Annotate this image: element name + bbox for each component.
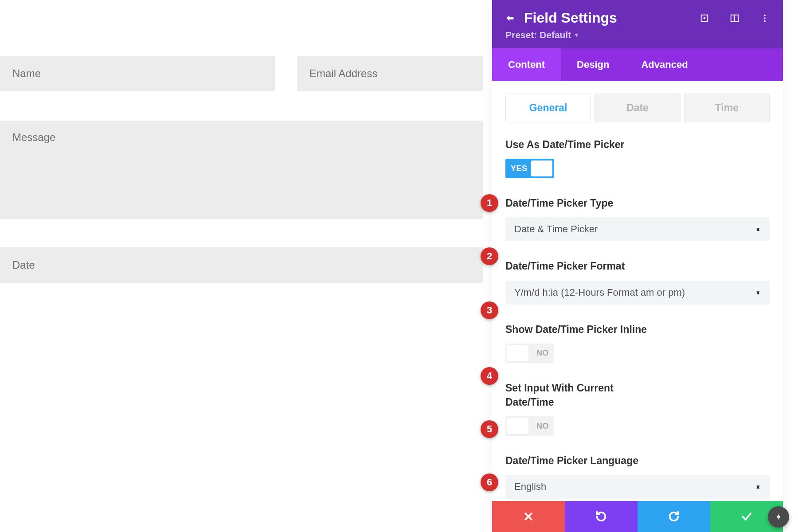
annotation-badge-2: 2 (481, 247, 498, 265)
select-picker-type[interactable]: Date & Time Picker ▲▼ (505, 217, 770, 241)
select-language[interactable]: English ▲▼ (505, 475, 770, 499)
email-field[interactable] (297, 56, 483, 91)
panel-title: Field Settings (524, 10, 691, 26)
message-field[interactable] (0, 121, 483, 219)
label-picker-type: Date/Time Picker Type (505, 196, 770, 210)
toggle-value: NO (531, 422, 554, 431)
name-field[interactable] (0, 56, 275, 91)
settings-panel: Field Settings Preset: Default ▼ Content… (492, 0, 783, 532)
back-icon[interactable] (505, 13, 515, 23)
annotation-badge-3: 3 (481, 301, 498, 319)
panel-body: General Date Time Use As Date/Time Picke… (492, 81, 783, 501)
select-picker-format[interactable]: Y/m/d h:ia (12-Hours Format am or pm) ▲▼ (505, 281, 770, 305)
panel-footer (492, 501, 783, 532)
help-button[interactable] (768, 506, 789, 528)
select-value: English (514, 481, 546, 493)
subtab-general[interactable]: General (505, 94, 591, 122)
panel-tabs: Content Design Advanced (492, 48, 783, 81)
tab-advanced[interactable]: Advanced (625, 48, 704, 81)
label-language: Date/Time Picker Language (505, 454, 770, 468)
toggle-knob (507, 418, 528, 434)
annotation-badge-6: 6 (481, 473, 498, 491)
form-preview (0, 0, 483, 309)
select-value: Date & Time Picker (514, 223, 598, 235)
undo-button[interactable] (565, 501, 638, 532)
date-field[interactable] (0, 247, 483, 283)
expand-icon[interactable] (700, 13, 709, 23)
select-value: Y/m/d h:ia (12-Hours Format am or pm) (514, 287, 685, 298)
toggle-knob (507, 345, 528, 361)
annotation-badge-4: 4 (481, 367, 498, 385)
subtab-time[interactable]: Time (684, 94, 770, 122)
kebab-icon[interactable] (760, 13, 770, 23)
toggle-knob (531, 160, 552, 176)
toggle-show-inline[interactable]: NO (505, 344, 554, 363)
snap-icon[interactable] (730, 13, 739, 23)
redo-button[interactable] (638, 501, 710, 532)
svg-point-6 (764, 20, 766, 22)
subtab-date[interactable]: Date (595, 94, 680, 122)
toggle-set-current[interactable]: NO (505, 416, 554, 436)
subtabs: General Date Time (505, 94, 770, 122)
svg-point-4 (764, 14, 766, 16)
caret-down-icon: ▼ (574, 32, 579, 38)
toggle-value: YES (505, 164, 533, 173)
tab-content[interactable]: Content (492, 48, 561, 81)
label-picker-format: Date/Time Picker Format (505, 259, 770, 273)
label-show-inline: Show Date/Time Picker Inline (505, 322, 770, 336)
preset-label: Preset: Default (505, 30, 571, 40)
label-set-current: Set Input With Current Date/Time (505, 381, 630, 409)
annotation-badge-1: 1 (481, 194, 498, 212)
close-button[interactable] (492, 501, 565, 532)
tab-design[interactable]: Design (561, 48, 625, 81)
toggle-value: NO (531, 348, 554, 358)
panel-header: Field Settings Preset: Default ▼ (492, 0, 783, 48)
label-use-as-picker: Use As Date/Time Picker (505, 137, 770, 152)
preset-dropdown[interactable]: Preset: Default ▼ (505, 30, 579, 40)
svg-point-1 (704, 17, 705, 19)
toggle-use-as-picker[interactable]: YES (505, 159, 554, 178)
annotation-badge-5: 5 (481, 420, 498, 438)
svg-point-5 (764, 17, 766, 19)
